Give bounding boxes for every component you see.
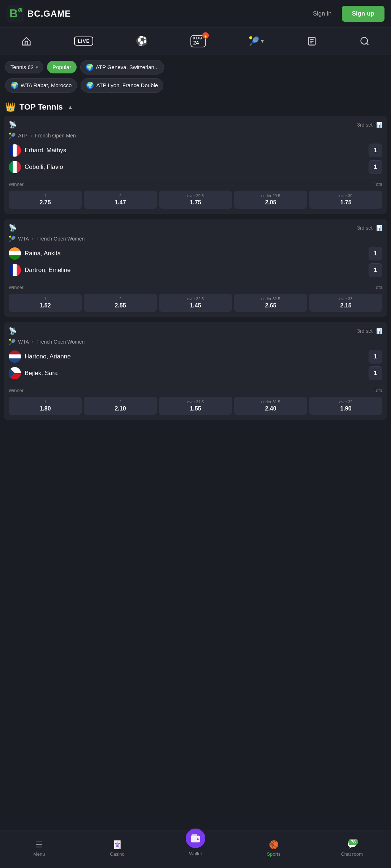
odds-cell-3-2[interactable]: 2 2.10 [84,397,157,415]
header-actions: Sign in Sign up [309,6,384,22]
odds-cell-1-2[interactable]: 2 1.47 [84,191,157,209]
nav-search[interactable] [355,33,375,50]
match-3-player-2-score: 1 [369,366,382,380]
match-1-org: ATP [18,133,27,139]
sort-icon[interactable]: ▲ [68,104,73,110]
match-card-1: 📡 3rd set 📊 🎾 ATP › French Open Men Erha… [4,116,387,214]
odds-value-3-5: 1.90 [311,405,381,412]
live-dot-icon-3: 📡 [9,327,17,335]
odds-cell-3-1[interactable]: 1 1.80 [9,397,82,415]
odds-label-3-1: 1 [10,400,80,404]
live-dot-icon-2: 📡 [9,224,17,232]
stats-icon-3[interactable]: 📊 [376,328,382,334]
tournament-icon-2: 🎾 [9,235,16,242]
match-3-player-1-row: Hartono, Arianne 1 [9,350,382,363]
match-2-org: WTA [18,236,29,242]
match-3-player-1-name: Hartono, Arianne [25,353,71,360]
odds-value-3-4: 2.40 [236,405,306,412]
odds-cell-2-4[interactable]: under 32.5 2.65 [234,294,307,312]
odds-cell-3-5[interactable]: over 32 1.90 [309,397,382,415]
match-1-tournament: 🎾 ATP › French Open Men [9,132,382,139]
match-1-odds-grid: 1 2.75 2 1.47 over 29.5 1.75 under 29.5 … [9,188,382,214]
match-3-player-1-left: Hartono, Arianne [9,350,71,363]
fifa24-badge: 🔥 [202,32,209,39]
globe-icon-wta-rabat: 🌍 [10,81,18,89]
match-1-player-1-name: Erhard, Mathys [25,147,66,154]
match-2-meta-right: 3rd set 📊 [357,225,382,231]
odds-cell-1-5[interactable]: over 30 1.75 [309,191,382,209]
match-2-player-2-row: Dartron, Emeline 1 [9,263,382,277]
odds-value-2-1: 1.52 [10,302,80,309]
match-1-player-1-score: 1 [369,144,382,157]
match-1-meta-right: 3rd set 📊 [357,122,382,128]
odds-label-3-3: over 31.5 [160,400,231,404]
match-3-player-2-left: Bejlek, Sara [9,367,58,379]
nav-soccer[interactable]: ⚽ [131,32,152,50]
tournament-icon-1: 🎾 [9,132,16,139]
odds-cell-3-4[interactable]: under 31.5 2.40 [234,397,307,415]
odds-label-1-4: under 29.5 [236,193,306,198]
filter-popular[interactable]: Popular [47,61,77,73]
main-content: Tennis 62 ▾ Popular 🌍 ATP Geneva, Switze… [0,55,391,458]
sign-in-button[interactable]: Sign in [309,7,336,20]
match-1-player-2-name: Cobolli, Flavio [25,163,63,171]
globe-icon-atp-geneva: 🌍 [86,63,94,71]
nav-live[interactable]: LIVE [69,33,98,49]
match-2-live-indicator: 📡 [9,224,17,232]
filter-wta-rabat[interactable]: 🌍 WTA Rabat, Morocco [5,78,77,93]
svg-line-9 [366,43,368,45]
match-3-odds-header: Winner Tota [9,384,382,395]
nav-tennis[interactable]: 🎾 ▾ [244,33,269,50]
filter-atp-geneva[interactable]: 🌍 ATP Geneva, Switzerlan... [80,60,164,75]
odds-cell-2-5[interactable]: over 33 2.15 [309,294,382,312]
filter-tennis[interactable]: Tennis 62 ▾ [5,61,43,73]
odds-label-2-4: under 32.5 [236,297,306,301]
nav-fifa24[interactable]: FIFA 24 🔥 [185,31,211,51]
odds-cell-1-1[interactable]: 1 2.75 [9,191,82,209]
odds-value-1-1: 2.75 [10,199,80,206]
filter-bar-2: 🌍 WTA Rabat, Morocco 🌍 ATP Lyon, France … [0,77,391,96]
match-3-player-1-score: 1 [369,350,382,363]
match-3-player-2-name: Bejlek, Sara [25,370,58,377]
bc-game-logo-icon[interactable]: B C [7,5,24,22]
odds-label-1-1: 1 [10,193,80,198]
atp-lyon-label: ATP Lyon, France Double [96,82,158,88]
nav-betslip[interactable] [302,33,322,50]
odds-value-1-4: 2.05 [236,199,306,206]
flag-italy-1 [9,161,21,173]
tournament-sep-3: › [32,339,34,345]
odds-value-2-3: 1.45 [160,302,231,309]
sign-up-button[interactable]: Sign up [342,6,384,22]
tournament-sep-1: › [30,133,32,139]
tournament-icon-3: 🎾 [9,339,16,345]
odds-cell-2-3[interactable]: over 32.5 1.45 [159,294,232,312]
match-1-player-2-row: Cobolli, Flavio 1 [9,160,382,174]
odds-cell-2-2[interactable]: 2 2.55 [84,294,157,312]
match-1-player-1-left: Erhard, Mathys [9,144,66,157]
match-3-winner-label: Winner [9,388,23,393]
match-1-set: 3rd set [357,122,373,128]
home-icon [21,36,31,46]
nav-home[interactable] [16,33,36,50]
atp-geneva-label: ATP Geneva, Switzerlan... [96,64,159,70]
match-3-live-indicator: 📡 [9,327,17,335]
betslip-icon [307,36,317,46]
flag-india-1 [9,247,21,260]
odds-label-3-4: under 31.5 [236,400,306,404]
odds-value-1-3: 1.75 [160,199,231,206]
match-3-org: WTA [18,339,29,345]
odds-cell-1-3[interactable]: over 29.5 1.75 [159,191,232,209]
odds-cell-1-4[interactable]: under 29.5 2.05 [234,191,307,209]
odds-cell-3-3[interactable]: over 31.5 1.55 [159,397,232,415]
main-nav: LIVE ⚽ FIFA 24 🔥 🎾 ▾ [0,28,391,55]
match-1-tournament-name: French Open Men [35,133,76,139]
filter-atp-lyon[interactable]: 🌍 ATP Lyon, France Double [81,78,163,93]
odds-cell-2-1[interactable]: 1 1.52 [9,294,82,312]
stats-icon-2[interactable]: 📊 [376,225,382,231]
soccer-icon: ⚽ [136,35,147,47]
match-2-odds-header: Winner Tota [9,281,382,292]
stats-icon-1[interactable]: 📊 [376,122,382,128]
match-1-player-2-left: Cobolli, Flavio [9,161,63,173]
filter-bar-1: Tennis 62 ▾ Popular 🌍 ATP Geneva, Switze… [0,55,391,77]
match-2-winner-label: Winner [9,285,23,290]
